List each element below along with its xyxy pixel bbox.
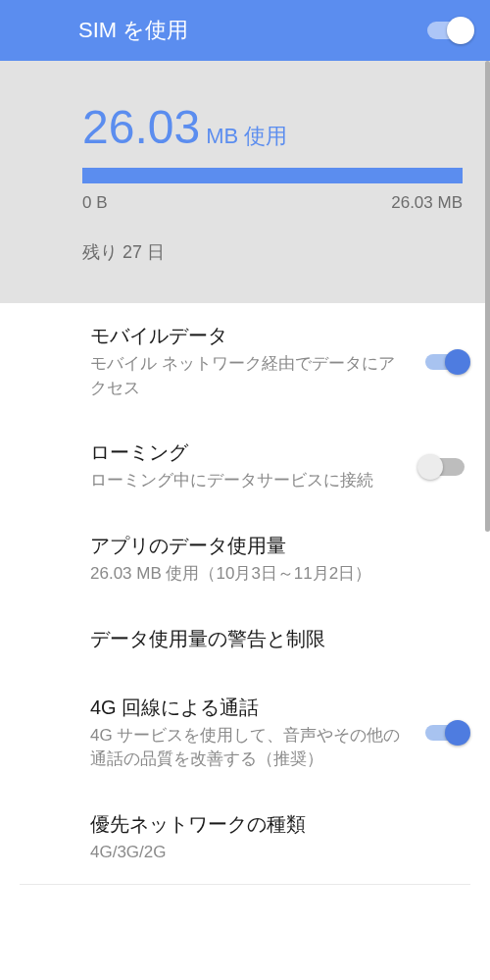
mobile-data-toggle[interactable] (425, 354, 465, 370)
roaming-toggle[interactable] (421, 458, 465, 476)
usage-amount: 26.03 MB 使用 (82, 100, 463, 154)
item-title: アプリのデータ使用量 (90, 533, 465, 558)
settings-list: モバイルデータ モバイル ネットワーク経由でデータにアクセス ローミング ローミ… (0, 303, 490, 885)
item-text: アプリのデータ使用量 26.03 MB 使用（10月3日～11月2日） (90, 533, 465, 587)
roaming-item[interactable]: ローミング ローミング中にデータサービスに接続 (0, 420, 490, 513)
item-title: 4G 回線による通話 (90, 695, 410, 720)
range-start: 0 B (82, 193, 108, 213)
days-remaining: 残り 27 日 (82, 240, 463, 264)
sim-toggle[interactable] (427, 22, 470, 39)
usage-summary-card: 26.03 MB 使用 0 B 26.03 MB 残り 27 日 (0, 61, 490, 303)
item-text: 4G 回線による通話 4G サービスを使用して、音声やその他の通話の品質を改善す… (90, 695, 410, 772)
usage-progress-bar (82, 168, 463, 183)
4g-calling-toggle[interactable] (425, 725, 465, 741)
item-text: データ使用量の警告と制限 (90, 626, 465, 655)
item-subtitle: 4G/3G/2G (90, 841, 465, 865)
4g-calling-item[interactable]: 4G 回線による通話 4G サービスを使用して、音声やその他の通話の品質を改善す… (0, 675, 490, 792)
scrollbar[interactable] (485, 61, 490, 532)
item-text: ローミング ローミング中にデータサービスに接続 (90, 439, 406, 493)
divider (20, 884, 470, 885)
item-text: モバイルデータ モバイル ネットワーク経由でデータにアクセス (90, 323, 410, 400)
item-subtitle: モバイル ネットワーク経由でデータにアクセス (90, 352, 410, 400)
page-title: SIM を使用 (78, 16, 188, 45)
usage-unit: MB 使用 (206, 122, 287, 151)
item-title: データ使用量の警告と制限 (90, 626, 465, 651)
item-subtitle: 4G サービスを使用して、音声やその他の通話の品質を改善する（推奨） (90, 724, 410, 772)
item-subtitle: ローミング中にデータサービスに接続 (90, 469, 406, 493)
usage-number: 26.03 (82, 100, 200, 154)
item-subtitle: 26.03 MB 使用（10月3日～11月2日） (90, 562, 465, 587)
item-text: 優先ネットワークの種類 4G/3G/2G (90, 811, 465, 865)
app-header: SIM を使用 (0, 0, 490, 61)
data-warning-limit-item[interactable]: データ使用量の警告と制限 (0, 606, 490, 675)
progress-labels: 0 B 26.03 MB (82, 193, 463, 213)
range-end: 26.03 MB (391, 193, 463, 213)
mobile-data-item[interactable]: モバイルデータ モバイル ネットワーク経由でデータにアクセス (0, 303, 490, 420)
preferred-network-type-item[interactable]: 優先ネットワークの種類 4G/3G/2G (0, 792, 490, 885)
item-title: ローミング (90, 439, 406, 465)
item-title: 優先ネットワークの種類 (90, 811, 465, 837)
item-title: モバイルデータ (90, 323, 410, 348)
app-data-usage-item[interactable]: アプリのデータ使用量 26.03 MB 使用（10月3日～11月2日） (0, 513, 490, 606)
